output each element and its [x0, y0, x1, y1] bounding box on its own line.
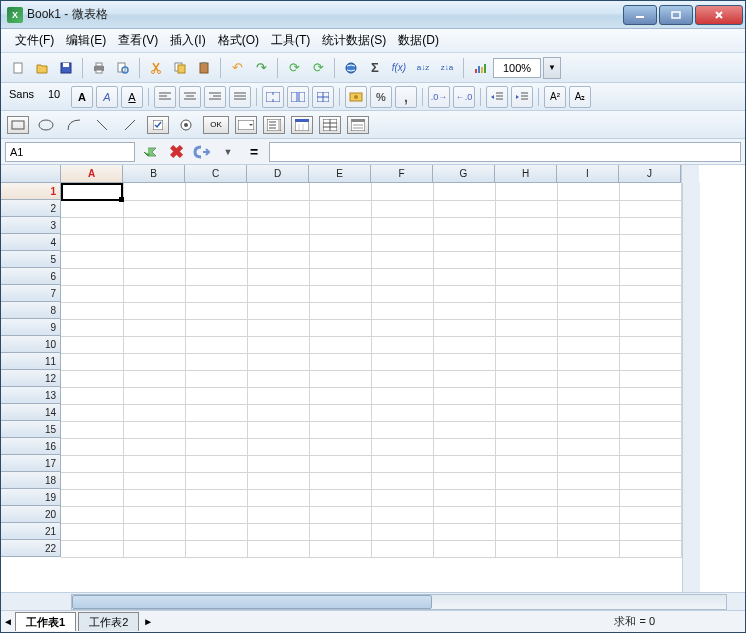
cell[interactable]: [619, 370, 681, 387]
save-icon[interactable]: [55, 57, 77, 79]
cell[interactable]: [309, 200, 371, 217]
cell[interactable]: [557, 200, 619, 217]
sigma-icon[interactable]: Σ: [364, 57, 386, 79]
column-header[interactable]: D: [247, 165, 309, 183]
merge-cells-icon[interactable]: [262, 86, 284, 108]
cell[interactable]: [495, 523, 557, 540]
cell[interactable]: [433, 387, 495, 404]
cell[interactable]: [309, 404, 371, 421]
cell[interactable]: [557, 438, 619, 455]
cell[interactable]: [309, 506, 371, 523]
cell[interactable]: [557, 370, 619, 387]
cell[interactable]: [61, 421, 123, 438]
underline-button[interactable]: A: [121, 86, 143, 108]
cell[interactable]: [309, 302, 371, 319]
cell[interactable]: [123, 336, 185, 353]
cell[interactable]: [433, 540, 495, 557]
undo-icon[interactable]: ↶: [226, 57, 248, 79]
increase-indent-icon[interactable]: [511, 86, 533, 108]
cell[interactable]: [123, 489, 185, 506]
cell[interactable]: [495, 319, 557, 336]
cell[interactable]: [557, 302, 619, 319]
cell[interactable]: [371, 387, 433, 404]
cell[interactable]: [247, 183, 309, 200]
cell[interactable]: [433, 404, 495, 421]
fx-icon[interactable]: f(x): [388, 57, 410, 79]
row-header[interactable]: 12: [1, 370, 61, 387]
cell[interactable]: [371, 183, 433, 200]
menu-stats[interactable]: 统计数据(S): [316, 30, 392, 51]
percent-icon[interactable]: %: [370, 86, 392, 108]
cell[interactable]: [433, 523, 495, 540]
cell[interactable]: [247, 251, 309, 268]
cell[interactable]: [185, 285, 247, 302]
open-icon[interactable]: [31, 57, 53, 79]
cell[interactable]: [309, 336, 371, 353]
cell[interactable]: [123, 302, 185, 319]
cell[interactable]: [371, 540, 433, 557]
column-header[interactable]: J: [619, 165, 681, 183]
cell[interactable]: [247, 268, 309, 285]
cell[interactable]: [371, 370, 433, 387]
cell[interactable]: [371, 523, 433, 540]
cell[interactable]: [433, 302, 495, 319]
cell[interactable]: [495, 370, 557, 387]
row-header[interactable]: 19: [1, 489, 61, 506]
decrease-indent-icon[interactable]: [486, 86, 508, 108]
row-header[interactable]: 7: [1, 285, 61, 302]
cell[interactable]: [247, 387, 309, 404]
cell[interactable]: [247, 421, 309, 438]
minimize-button[interactable]: [623, 5, 657, 25]
cell[interactable]: [557, 251, 619, 268]
cell[interactable]: [619, 302, 681, 319]
dropdown-icon[interactable]: ▼: [217, 142, 239, 162]
cell[interactable]: [61, 506, 123, 523]
cell[interactable]: [557, 506, 619, 523]
cell[interactable]: [309, 472, 371, 489]
close-button[interactable]: [695, 5, 743, 25]
cell[interactable]: [371, 404, 433, 421]
menu-edit[interactable]: 编辑(E): [60, 30, 112, 51]
cell[interactable]: [433, 353, 495, 370]
cell[interactable]: [619, 183, 681, 200]
cell[interactable]: [247, 353, 309, 370]
row-header[interactable]: 18: [1, 472, 61, 489]
align-right-icon[interactable]: [204, 86, 226, 108]
cell[interactable]: [247, 370, 309, 387]
cell[interactable]: [433, 438, 495, 455]
cell[interactable]: [495, 421, 557, 438]
cell[interactable]: [61, 200, 123, 217]
row-header[interactable]: 10: [1, 336, 61, 353]
cell[interactable]: [371, 472, 433, 489]
split-cells-icon[interactable]: [287, 86, 309, 108]
cell[interactable]: [557, 319, 619, 336]
cell[interactable]: [433, 268, 495, 285]
cell[interactable]: [495, 200, 557, 217]
cell[interactable]: [433, 370, 495, 387]
cell[interactable]: [619, 472, 681, 489]
zoom-dropdown[interactable]: ▼: [543, 57, 561, 79]
cell[interactable]: [495, 540, 557, 557]
cell[interactable]: [619, 251, 681, 268]
cell[interactable]: [371, 268, 433, 285]
cell[interactable]: [61, 455, 123, 472]
cell[interactable]: [247, 472, 309, 489]
cell[interactable]: [557, 353, 619, 370]
cell[interactable]: [123, 234, 185, 251]
cell[interactable]: [433, 472, 495, 489]
cell[interactable]: [495, 489, 557, 506]
cell[interactable]: [495, 387, 557, 404]
cell[interactable]: [371, 217, 433, 234]
cell[interactable]: [619, 200, 681, 217]
cell[interactable]: [309, 455, 371, 472]
cell[interactable]: [557, 234, 619, 251]
font-name[interactable]: Sans: [7, 88, 43, 106]
row-header[interactable]: 8: [1, 302, 61, 319]
cell[interactable]: [185, 438, 247, 455]
cell[interactable]: [61, 285, 123, 302]
row-header[interactable]: 6: [1, 268, 61, 285]
equals-icon[interactable]: =: [243, 142, 265, 162]
cell[interactable]: [123, 319, 185, 336]
cell[interactable]: [61, 404, 123, 421]
cell[interactable]: [185, 540, 247, 557]
